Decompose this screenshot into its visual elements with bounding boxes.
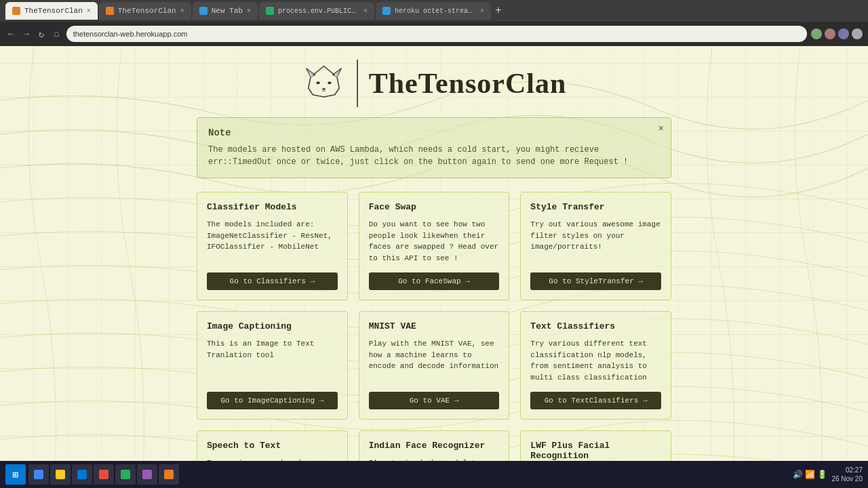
card-btn-captioning[interactable]: Go to ImageCaptioning → xyxy=(207,392,338,409)
taskbar-item-extra3[interactable] xyxy=(137,464,157,485)
taskbar-item-file-explorer[interactable] xyxy=(50,464,71,485)
card-text-classifiers: Text Classifiers Try various different t… xyxy=(520,311,671,420)
card-desc-captioning: This is an Image to Text Tranlation tool xyxy=(207,338,338,384)
note-text: The models are hosted on AWS Lambda, whi… xyxy=(208,144,646,168)
time: 02:27 xyxy=(831,466,863,474)
tab-favicon-1 xyxy=(12,7,20,15)
tab-label-2: TheTensorClan xyxy=(118,7,176,15)
site-header: TheTensorClan xyxy=(0,46,868,117)
reload-button[interactable]: ↻ xyxy=(36,27,47,41)
tab-favicon-3 xyxy=(199,7,208,15)
taskbar-tray: 🔊 📶 🔋 02:27 26 Nov 20 xyxy=(793,466,863,483)
card-title-speech: Speech to Text xyxy=(207,441,338,451)
card-mnist-vae: MNIST VAE Play with the MNIST VAE, see h… xyxy=(359,311,510,420)
tab-label-1: TheTensorClan xyxy=(24,7,83,15)
date: 26 Nov 20 xyxy=(831,474,863,483)
card-title-style: Style Transfer xyxy=(530,202,661,212)
card-desc-faceswap: Do you want to see how two people look l… xyxy=(369,219,500,264)
tab-heroku-octet[interactable]: heroku octet-stream - Google S... × xyxy=(376,2,491,20)
card-title-mnist: MNIST VAE xyxy=(369,321,500,331)
taskbar-item-extra4[interactable] xyxy=(159,464,179,485)
card-desc-mnist: Play with the MNIST VAE, see how a machi… xyxy=(369,338,500,384)
note-title: Note xyxy=(208,127,646,138)
start-button[interactable]: ⊞ xyxy=(5,464,26,485)
note-box: Note The models are hosted on AWS Lambda… xyxy=(197,117,671,178)
app-icon-3 xyxy=(142,470,152,479)
back-button[interactable]: ← xyxy=(5,27,16,41)
card-title-faceswap: Face Swap xyxy=(369,202,500,212)
svg-point-7 xyxy=(322,87,326,89)
card-btn-faceswap[interactable]: Go to FaceSwap → xyxy=(369,272,500,290)
app-icon-4 xyxy=(164,470,174,479)
tab-close-1[interactable]: × xyxy=(87,7,91,15)
tab-label-5: heroku octet-stream - Google S... xyxy=(395,7,476,15)
card-desc-classifier: The models included are: ImageNetClassif… xyxy=(207,219,338,264)
url-text: thetensorclan-web.herokuapp.com xyxy=(73,30,188,38)
svg-point-5 xyxy=(316,81,319,84)
taskbar-item-extra1[interactable] xyxy=(94,464,114,485)
browser-window: TheTensorClan × TheTensorClan × New Tab … xyxy=(0,0,868,488)
tab-favicon-2 xyxy=(106,7,114,15)
bookmark-star-icon[interactable] xyxy=(811,28,822,39)
vscode-icon xyxy=(77,470,87,479)
card-desc-text: Try various different text classificatio… xyxy=(530,338,661,384)
forward-button[interactable]: → xyxy=(20,27,31,41)
taskbar: ⊞ 🔊 📶 🔋 02:27 26 Nov 20 xyxy=(0,461,868,488)
card-classifier-models: Classifier Models The models included ar… xyxy=(197,192,348,300)
card-title-indian-face: Indian Face Recognizer xyxy=(369,441,500,451)
chrome-icon xyxy=(34,470,43,479)
tab-new-tab[interactable]: New Tab × xyxy=(193,2,258,20)
taskbar-item-chrome[interactable] xyxy=(28,464,49,485)
card-desc-style: Try out various awesome image filter sty… xyxy=(530,219,661,264)
taskbar-item-vscode[interactable] xyxy=(72,464,92,485)
toolbar-icons xyxy=(811,28,863,39)
profile-icon[interactable] xyxy=(838,28,849,39)
site-logo xyxy=(302,62,346,106)
card-btn-style[interactable]: Go to StyleTransfer → xyxy=(530,272,661,290)
tab-close-4[interactable]: × xyxy=(363,7,368,15)
tab-close-5[interactable]: × xyxy=(480,7,484,15)
note-close-button[interactable]: × xyxy=(658,123,664,134)
site-title: TheTensorClan xyxy=(369,67,567,100)
card-btn-classifier[interactable]: Go to Classifiers → xyxy=(207,272,338,290)
url-bar[interactable]: thetensorclan-web.herokuapp.com xyxy=(66,26,807,42)
tab-close-3[interactable]: × xyxy=(247,7,251,15)
card-title-classifier: Classifier Models xyxy=(207,202,338,212)
tab-favicon-5 xyxy=(382,7,391,15)
tab-label-3: New Tab xyxy=(212,7,243,15)
clock: 02:27 26 Nov 20 xyxy=(831,466,863,483)
page-content: TheTensorClan Note The models are hosted… xyxy=(0,46,868,488)
menu-icon[interactable] xyxy=(852,28,863,39)
card-title-lwf: LWF Plus Facial Recognition xyxy=(530,441,661,461)
tab-close-2[interactable]: × xyxy=(180,7,184,15)
file-explorer-icon xyxy=(56,470,65,479)
tab-favicon-4 xyxy=(266,7,274,15)
svg-point-6 xyxy=(328,81,331,84)
taskbar-items xyxy=(28,464,790,485)
content-wrapper: TheTensorClan Note The models are hosted… xyxy=(0,46,868,488)
card-style-transfer: Style Transfer Try out various awesome i… xyxy=(520,192,671,300)
tab-bar: TheTensorClan × TheTensorClan × New Tab … xyxy=(0,0,868,22)
card-btn-mnist[interactable]: Go to VAE → xyxy=(369,392,500,409)
header-divider xyxy=(357,60,358,107)
extensions-icon[interactable] xyxy=(825,28,835,39)
app-icon-2 xyxy=(121,470,130,479)
tab-thetensorclan-1[interactable]: TheTensorClan × xyxy=(5,2,98,20)
new-tab-button[interactable]: + xyxy=(492,5,505,17)
card-image-captioning: Image Captioning This is an Image to Tex… xyxy=(197,311,348,420)
svg-marker-0 xyxy=(308,66,339,97)
app-icon-1 xyxy=(99,470,108,479)
home-button[interactable]: ⌂ xyxy=(51,27,62,41)
tab-label-4: process.env.PUBLIC_url heroku... xyxy=(278,7,359,15)
card-btn-text[interactable]: Go to TextClassifiers → xyxy=(530,392,661,409)
tray-icons: 🔊 📶 🔋 xyxy=(793,470,828,479)
card-title-text: Text Classifiers xyxy=(530,321,661,331)
tab-thetensorclan-2[interactable]: TheTensorClan × xyxy=(99,2,191,20)
card-title-captioning: Image Captioning xyxy=(207,321,338,331)
taskbar-item-extra2[interactable] xyxy=(115,464,136,485)
card-face-swap: Face Swap Do you want to see how two peo… xyxy=(359,192,510,300)
cards-grid: Classifier Models The models included ar… xyxy=(197,192,671,488)
address-bar-row: ← → ↻ ⌂ thetensorclan-web.herokuapp.com xyxy=(0,22,868,46)
tab-process-env[interactable]: process.env.PUBLIC_url heroku... × xyxy=(259,2,374,20)
